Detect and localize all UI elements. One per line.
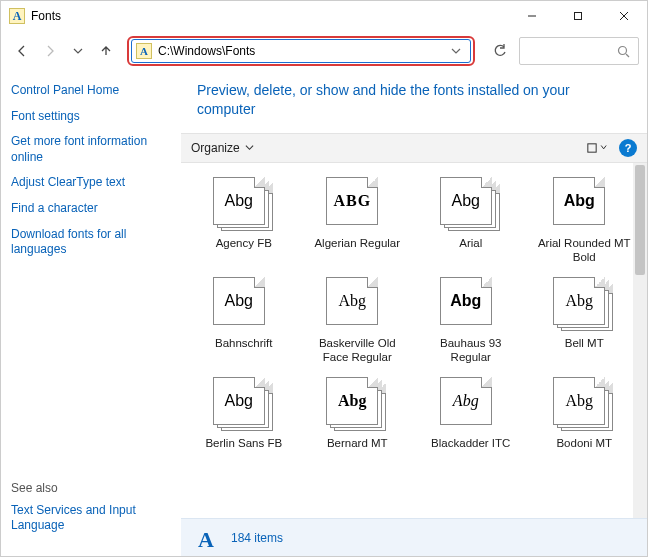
toolbar: Organize ? (181, 133, 647, 163)
refresh-button[interactable] (487, 38, 513, 64)
svg-rect-0 (575, 13, 582, 20)
minimize-button[interactable] (509, 1, 555, 31)
font-sample: Abg (225, 392, 253, 410)
font-sample: Abg (565, 292, 593, 310)
organize-label: Organize (191, 141, 240, 155)
font-preview: Abg (553, 277, 615, 331)
chevron-down-icon (245, 143, 254, 152)
font-label: Bernard MT (327, 437, 388, 465)
nav-row: A (1, 31, 647, 71)
font-preview: Abg (440, 177, 502, 231)
organize-button[interactable]: Organize (191, 141, 254, 155)
font-preview: Abg (213, 277, 275, 331)
fonts-folder-icon: A (136, 43, 152, 59)
sidebar-link-control-panel-home[interactable]: Control Panel Home (11, 83, 171, 99)
vertical-scrollbar[interactable] (633, 163, 647, 518)
font-sample: Abg (338, 292, 366, 310)
sidebar-link-get-more-font-info[interactable]: Get more font information online (11, 134, 171, 165)
window-controls (509, 1, 647, 31)
font-label: Bodoni MT (556, 437, 612, 465)
font-sample: Abg (338, 392, 366, 410)
sidebar-link-text-services[interactable]: Text Services and Input Language (11, 503, 171, 534)
font-label: Blackadder ITC (431, 437, 510, 465)
font-preview: Abg (326, 277, 388, 331)
font-item[interactable]: AbgArial Rounded MT Bold (528, 173, 642, 269)
font-label: Bauhaus 93 Regular (421, 337, 521, 365)
font-sample: Abg (450, 292, 481, 310)
address-input[interactable] (158, 44, 446, 58)
up-button[interactable] (93, 38, 119, 64)
address-bar[interactable]: A (131, 39, 471, 63)
sidebar-link-find-character[interactable]: Find a character (11, 201, 171, 217)
font-sample: Abg (453, 392, 479, 410)
font-sample: Abg (565, 392, 593, 410)
sidebar-link-download-fonts[interactable]: Download fonts for all languages (11, 227, 171, 258)
font-sample: Abg (564, 192, 595, 210)
font-item[interactable]: AbgBauhaus 93 Regular (414, 273, 528, 369)
back-button[interactable] (9, 38, 35, 64)
font-item[interactable]: AbgBell MT (528, 273, 642, 369)
font-sample: Abg (452, 192, 480, 210)
fonts-folder-large-icon: A (191, 523, 221, 553)
recent-locations-button[interactable] (65, 38, 91, 64)
body: Control Panel Home Font settings Get mor… (1, 71, 647, 556)
font-grid-wrap: AbgAgency FBABGAlgerian RegularAbgArialA… (181, 163, 647, 518)
font-label: Baskerville Old Face Regular (307, 337, 407, 365)
see-also-label: See also (11, 481, 171, 495)
svg-rect-2 (588, 144, 596, 152)
font-preview: Abg (213, 177, 275, 231)
status-bar: A 184 items (181, 518, 647, 556)
sidebar-link-adjust-cleartype[interactable]: Adjust ClearType text (11, 175, 171, 191)
font-preview: Abg (440, 277, 502, 331)
svg-point-1 (619, 46, 627, 54)
font-preview: Abg (553, 177, 615, 231)
font-preview: ABG (326, 177, 388, 231)
font-grid: AbgAgency FBABGAlgerian RegularAbgArialA… (181, 163, 647, 469)
font-sample: ABG (333, 192, 371, 210)
font-item[interactable]: AbgBerlin Sans FB (187, 373, 301, 469)
font-preview: Abg (553, 377, 615, 431)
font-item[interactable]: AbgBlackadder ITC (414, 373, 528, 469)
font-item[interactable]: AbgBodoni MT (528, 373, 642, 469)
window-title: Fonts (31, 9, 509, 23)
scrollbar-thumb[interactable] (635, 165, 645, 275)
font-label: Arial (459, 237, 482, 265)
forward-button[interactable] (37, 38, 63, 64)
font-label: Berlin Sans FB (205, 437, 282, 465)
font-preview: Abg (213, 377, 275, 431)
font-item[interactable]: AbgBernard MT (301, 373, 415, 469)
item-count: 184 items (231, 531, 283, 545)
sidebar: Control Panel Home Font settings Get mor… (1, 71, 181, 556)
address-dropdown-button[interactable] (446, 39, 466, 63)
address-bar-highlight: A (127, 36, 475, 66)
font-label: Bahnschrift (215, 337, 273, 365)
maximize-button[interactable] (555, 1, 601, 31)
help-button[interactable]: ? (619, 139, 637, 157)
font-label: Bell MT (565, 337, 604, 365)
font-item[interactable]: AbgAgency FB (187, 173, 301, 269)
search-icon (617, 45, 630, 58)
font-preview: Abg (326, 377, 388, 431)
font-item[interactable]: AbgArial (414, 173, 528, 269)
font-item[interactable]: ABGAlgerian Regular (301, 173, 415, 269)
font-label: Algerian Regular (314, 237, 400, 265)
font-item[interactable]: AbgBaskerville Old Face Regular (301, 273, 415, 369)
font-item[interactable]: AbgBahnschrift (187, 273, 301, 369)
font-label: Agency FB (216, 237, 272, 265)
titlebar: A Fonts (1, 1, 647, 31)
font-sample: Abg (225, 292, 253, 310)
fonts-app-icon: A (9, 8, 25, 24)
font-label: Arial Rounded MT Bold (534, 237, 634, 265)
close-button[interactable] (601, 1, 647, 31)
search-box[interactable] (519, 37, 639, 65)
view-options-button[interactable] (583, 137, 611, 159)
font-sample: Abg (225, 192, 253, 210)
font-preview: Abg (440, 377, 502, 431)
main-panel: Preview, delete, or show and hide the fo… (181, 71, 647, 556)
page-heading: Preview, delete, or show and hide the fo… (181, 71, 647, 133)
sidebar-link-font-settings[interactable]: Font settings (11, 109, 171, 125)
